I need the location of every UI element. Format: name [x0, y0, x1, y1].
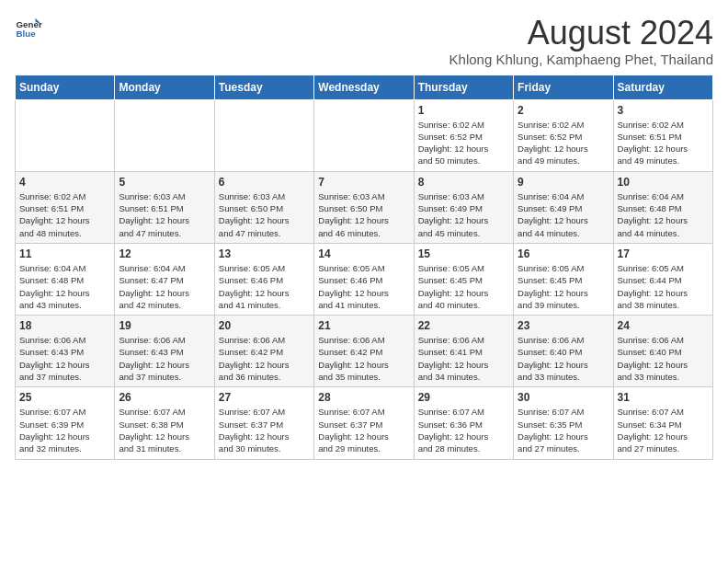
day-info: Sunrise: 6:04 AM Sunset: 6:48 PM Dayligh…: [618, 190, 709, 239]
week-row-5: 25Sunrise: 6:07 AM Sunset: 6:39 PM Dayli…: [16, 387, 713, 459]
day-info: Sunrise: 6:07 AM Sunset: 6:34 PM Dayligh…: [618, 406, 709, 454]
day-number: 25: [19, 391, 110, 404]
weekday-header-friday: Friday: [514, 75, 613, 99]
day-info: Sunrise: 6:06 AM Sunset: 6:43 PM Dayligh…: [19, 334, 110, 383]
calendar-cell: 13Sunrise: 6:05 AM Sunset: 6:46 PM Dayli…: [214, 243, 313, 315]
calendar-cell: 19Sunrise: 6:06 AM Sunset: 6:43 PM Dayli…: [115, 316, 214, 387]
calendar-cell: 17Sunrise: 6:05 AM Sunset: 6:44 PM Dayli…: [613, 243, 712, 315]
day-info: Sunrise: 6:05 AM Sunset: 6:46 PM Dayligh…: [219, 262, 310, 311]
calendar-cell: 12Sunrise: 6:04 AM Sunset: 6:47 PM Dayli…: [115, 243, 214, 315]
calendar-cell: 15Sunrise: 6:05 AM Sunset: 6:45 PM Dayli…: [414, 243, 513, 315]
day-number: 3: [618, 104, 709, 117]
week-row-1: 1Sunrise: 6:02 AM Sunset: 6:52 PM Daylig…: [16, 99, 713, 171]
day-number: 31: [618, 391, 709, 404]
weekday-header-saturday: Saturday: [613, 75, 712, 99]
calendar-cell: 16Sunrise: 6:05 AM Sunset: 6:45 PM Dayli…: [514, 243, 613, 315]
calendar-cell: 11Sunrise: 6:04 AM Sunset: 6:48 PM Dayli…: [16, 243, 115, 315]
week-row-4: 18Sunrise: 6:06 AM Sunset: 6:43 PM Dayli…: [16, 316, 713, 387]
day-info: Sunrise: 6:05 AM Sunset: 6:45 PM Dayligh…: [418, 262, 509, 311]
calendar-cell: 22Sunrise: 6:06 AM Sunset: 6:41 PM Dayli…: [414, 316, 513, 387]
day-number: 29: [418, 391, 509, 404]
weekday-header-tuesday: Tuesday: [214, 75, 313, 99]
day-number: 14: [318, 247, 409, 260]
day-number: 26: [119, 391, 210, 404]
calendar-cell: 8Sunrise: 6:03 AM Sunset: 6:49 PM Daylig…: [414, 171, 513, 243]
calendar-cell: 1Sunrise: 6:02 AM Sunset: 6:52 PM Daylig…: [414, 99, 513, 171]
day-info: Sunrise: 6:07 AM Sunset: 6:36 PM Dayligh…: [418, 406, 509, 454]
weekday-header-monday: Monday: [115, 75, 214, 99]
svg-text:Blue: Blue: [17, 29, 37, 39]
day-number: 19: [119, 319, 210, 332]
day-number: 1: [418, 104, 509, 117]
day-info: Sunrise: 6:03 AM Sunset: 6:50 PM Dayligh…: [219, 190, 310, 239]
day-info: Sunrise: 6:04 AM Sunset: 6:48 PM Dayligh…: [19, 262, 110, 311]
day-number: 15: [418, 247, 509, 260]
day-info: Sunrise: 6:04 AM Sunset: 6:47 PM Dayligh…: [119, 262, 210, 311]
weekday-header-row: SundayMondayTuesdayWednesdayThursdayFrid…: [16, 75, 713, 99]
calendar-cell: 25Sunrise: 6:07 AM Sunset: 6:39 PM Dayli…: [16, 387, 115, 459]
calendar-cell: 20Sunrise: 6:06 AM Sunset: 6:42 PM Dayli…: [214, 316, 313, 387]
calendar-cell: [314, 99, 414, 171]
calendar-cell: [16, 99, 115, 171]
calendar-cell: 26Sunrise: 6:07 AM Sunset: 6:38 PM Dayli…: [115, 387, 214, 459]
day-info: Sunrise: 6:06 AM Sunset: 6:40 PM Dayligh…: [518, 334, 609, 383]
day-number: 27: [219, 391, 310, 404]
day-number: 23: [518, 319, 609, 332]
day-number: 12: [119, 247, 210, 260]
calendar-cell: 3Sunrise: 6:02 AM Sunset: 6:51 PM Daylig…: [613, 99, 712, 171]
day-info: Sunrise: 6:07 AM Sunset: 6:38 PM Dayligh…: [119, 406, 210, 454]
calendar-cell: 2Sunrise: 6:02 AM Sunset: 6:52 PM Daylig…: [514, 99, 613, 171]
day-number: 22: [418, 319, 509, 332]
day-number: 6: [219, 176, 310, 189]
calendar-cell: 24Sunrise: 6:06 AM Sunset: 6:40 PM Dayli…: [613, 316, 712, 387]
calendar-cell: 18Sunrise: 6:06 AM Sunset: 6:43 PM Dayli…: [16, 316, 115, 387]
day-number: 28: [318, 391, 409, 404]
day-info: Sunrise: 6:06 AM Sunset: 6:43 PM Dayligh…: [119, 334, 210, 383]
day-number: 2: [518, 104, 609, 117]
calendar-cell: 10Sunrise: 6:04 AM Sunset: 6:48 PM Dayli…: [613, 171, 712, 243]
day-info: Sunrise: 6:05 AM Sunset: 6:46 PM Dayligh…: [318, 262, 409, 311]
day-number: 11: [19, 247, 110, 260]
week-row-2: 4Sunrise: 6:02 AM Sunset: 6:51 PM Daylig…: [16, 171, 713, 243]
day-number: 16: [518, 247, 609, 260]
day-number: 17: [618, 247, 709, 260]
calendar-cell: 14Sunrise: 6:05 AM Sunset: 6:46 PM Dayli…: [314, 243, 414, 315]
weekday-header-sunday: Sunday: [16, 75, 115, 99]
calendar-cell: 5Sunrise: 6:03 AM Sunset: 6:51 PM Daylig…: [115, 171, 214, 243]
day-number: 24: [618, 319, 709, 332]
calendar-cell: 9Sunrise: 6:04 AM Sunset: 6:49 PM Daylig…: [514, 171, 613, 243]
day-number: 10: [618, 176, 709, 189]
day-number: 20: [219, 319, 310, 332]
calendar: SundayMondayTuesdayWednesdayThursdayFrid…: [15, 75, 713, 460]
day-info: Sunrise: 6:06 AM Sunset: 6:42 PM Dayligh…: [318, 334, 409, 383]
calendar-cell: 28Sunrise: 6:07 AM Sunset: 6:37 PM Dayli…: [314, 387, 414, 459]
day-info: Sunrise: 6:02 AM Sunset: 6:52 PM Dayligh…: [518, 119, 609, 167]
day-info: Sunrise: 6:06 AM Sunset: 6:40 PM Dayligh…: [618, 334, 709, 383]
calendar-cell: 7Sunrise: 6:03 AM Sunset: 6:50 PM Daylig…: [314, 171, 414, 243]
day-info: Sunrise: 6:03 AM Sunset: 6:49 PM Dayligh…: [418, 190, 509, 239]
day-number: 13: [219, 247, 310, 260]
day-info: Sunrise: 6:05 AM Sunset: 6:44 PM Dayligh…: [618, 262, 709, 311]
calendar-cell: 27Sunrise: 6:07 AM Sunset: 6:37 PM Dayli…: [214, 387, 313, 459]
svg-text:General: General: [17, 19, 43, 29]
day-number: 5: [119, 176, 210, 189]
day-info: Sunrise: 6:07 AM Sunset: 6:37 PM Dayligh…: [219, 406, 310, 454]
logo: General Blue: [15, 15, 42, 42]
calendar-cell: 23Sunrise: 6:06 AM Sunset: 6:40 PM Dayli…: [514, 316, 613, 387]
day-info: Sunrise: 6:06 AM Sunset: 6:41 PM Dayligh…: [418, 334, 509, 383]
day-info: Sunrise: 6:02 AM Sunset: 6:51 PM Dayligh…: [19, 190, 110, 239]
day-number: 8: [418, 176, 509, 189]
day-number: 21: [318, 319, 409, 332]
day-info: Sunrise: 6:06 AM Sunset: 6:42 PM Dayligh…: [219, 334, 310, 383]
calendar-cell: 31Sunrise: 6:07 AM Sunset: 6:34 PM Dayli…: [613, 387, 712, 459]
day-number: 18: [19, 319, 110, 332]
logo-icon: General Blue: [15, 15, 42, 42]
calendar-cell: 21Sunrise: 6:06 AM Sunset: 6:42 PM Dayli…: [314, 316, 414, 387]
day-info: Sunrise: 6:07 AM Sunset: 6:37 PM Dayligh…: [318, 406, 409, 454]
calendar-cell: 6Sunrise: 6:03 AM Sunset: 6:50 PM Daylig…: [214, 171, 313, 243]
day-number: 4: [19, 176, 110, 189]
day-info: Sunrise: 6:02 AM Sunset: 6:52 PM Dayligh…: [418, 119, 509, 167]
day-info: Sunrise: 6:07 AM Sunset: 6:35 PM Dayligh…: [518, 406, 609, 454]
calendar-cell: [214, 99, 313, 171]
day-info: Sunrise: 6:02 AM Sunset: 6:51 PM Dayligh…: [618, 119, 709, 167]
